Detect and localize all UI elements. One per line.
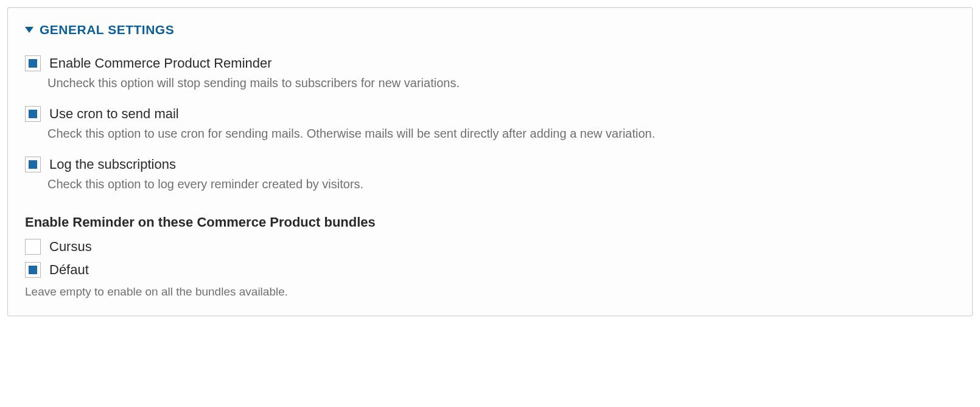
bundle-item: Cursus bbox=[25, 239, 955, 255]
bundles-group-label: Enable Reminder on these Commerce Produc… bbox=[25, 214, 955, 230]
checkbox-enable-description: Uncheck this option will stop sending ma… bbox=[47, 76, 955, 90]
setting-cron: Use cron to send mail Check this option … bbox=[25, 106, 955, 141]
bundles-list: CursusDéfaut bbox=[25, 239, 955, 278]
checkbox-log-label: Log the subscriptions bbox=[49, 157, 176, 172]
checkbox-log[interactable] bbox=[25, 157, 41, 172]
checkbox-enable[interactable] bbox=[25, 55, 41, 71]
checkbox-enable-label: Enable Commerce Product Reminder bbox=[49, 55, 272, 71]
checkbox-cron-label: Use cron to send mail bbox=[49, 106, 179, 122]
general-settings-toggle[interactable]: GENERAL SETTINGS bbox=[25, 23, 955, 37]
checkbox-cron[interactable] bbox=[25, 106, 41, 122]
checkbox-log-description: Check this option to log every reminder … bbox=[47, 177, 955, 191]
setting-log: Log the subscriptions Check this option … bbox=[25, 157, 955, 191]
checkbox-cron-description: Check this option to use cron for sendin… bbox=[47, 127, 955, 141]
bundle-label: Défaut bbox=[49, 262, 89, 278]
checkbox-bundle-0[interactable] bbox=[25, 239, 41, 255]
caret-down-icon bbox=[25, 27, 33, 33]
bundles-help-text: Leave empty to enable on all the bundles… bbox=[25, 285, 955, 299]
section-title: GENERAL SETTINGS bbox=[40, 23, 174, 37]
setting-enable: Enable Commerce Product Reminder Uncheck… bbox=[25, 55, 955, 90]
bundle-item: Défaut bbox=[25, 262, 955, 278]
general-settings-panel: GENERAL SETTINGS Enable Commerce Product… bbox=[7, 7, 973, 316]
checkbox-bundle-1[interactable] bbox=[25, 262, 41, 278]
bundle-label: Cursus bbox=[49, 239, 92, 255]
